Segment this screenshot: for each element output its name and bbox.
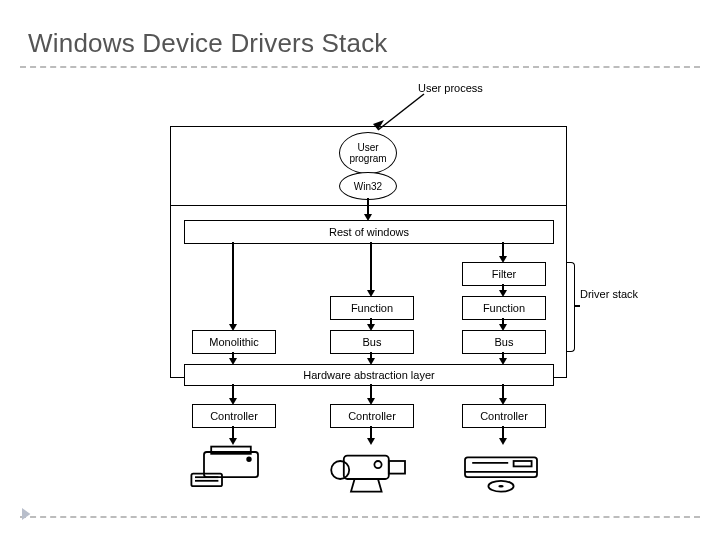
label-driver-stack: Driver stack <box>580 288 638 301</box>
node-bus-1: Bus <box>330 330 414 354</box>
text-bus1: Bus <box>363 336 382 348</box>
svg-point-17 <box>498 485 503 488</box>
bracket-driver-stack <box>566 262 576 352</box>
text-user-program: User program <box>340 142 396 164</box>
text-ctl3: Controller <box>480 410 528 422</box>
camcorder-icon <box>324 442 414 498</box>
node-monolithic: Monolithic <box>192 330 276 354</box>
text-bus2: Bus <box>495 336 514 348</box>
node-bus-2: Bus <box>462 330 546 354</box>
arrowhead <box>367 324 375 331</box>
node-controller-2: Controller <box>330 404 414 428</box>
svg-rect-14 <box>514 461 532 466</box>
arrow-rest-mono <box>232 242 234 326</box>
text-fn1: Function <box>351 302 393 314</box>
text-rest: Rest of windows <box>329 226 409 238</box>
divider-bottom <box>20 516 700 518</box>
svg-rect-8 <box>344 456 389 479</box>
text-hal: Hardware abstraction layer <box>303 369 434 381</box>
node-hal: Hardware abstraction layer <box>184 364 554 386</box>
text-mono: Monolithic <box>209 336 259 348</box>
node-controller-3: Controller <box>462 404 546 428</box>
node-win32: Win32 <box>339 172 397 200</box>
svg-point-11 <box>374 461 381 468</box>
node-user-program: User program <box>339 132 397 174</box>
arrowhead <box>499 290 507 297</box>
svg-line-0 <box>378 94 424 130</box>
node-rest-of-windows: Rest of windows <box>184 220 554 244</box>
node-function-2: Function <box>462 296 546 320</box>
svg-rect-10 <box>389 461 405 474</box>
node-function-1: Function <box>330 296 414 320</box>
node-controller-1: Controller <box>192 404 276 428</box>
text-ctl2: Controller <box>348 410 396 422</box>
node-filter: Filter <box>462 262 546 286</box>
page-title: Windows Device Drivers Stack <box>28 28 388 59</box>
svg-point-7 <box>247 457 251 461</box>
text-fn2: Function <box>483 302 525 314</box>
divider-top <box>20 66 700 68</box>
disc-drive-icon <box>456 442 546 498</box>
diagram: User process User program Win32 Rest of … <box>140 80 610 510</box>
slide-marker-icon <box>22 508 34 520</box>
text-ctl1: Controller <box>210 410 258 422</box>
text-filter: Filter <box>492 268 516 280</box>
arrowhead <box>499 324 507 331</box>
svg-point-9 <box>331 461 349 479</box>
arrow-rest-fn1 <box>370 242 372 292</box>
text-win32: Win32 <box>354 181 382 192</box>
printer-icon <box>186 442 276 498</box>
